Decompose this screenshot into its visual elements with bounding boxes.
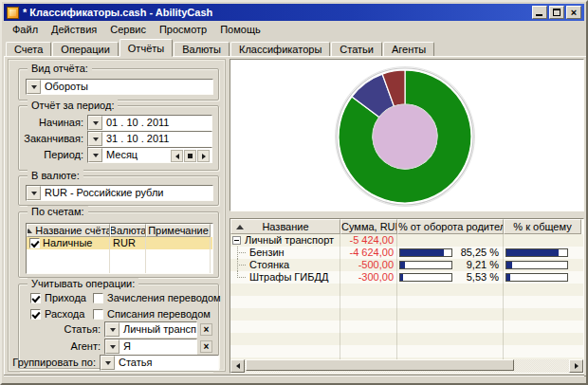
- close-button[interactable]: ×: [566, 6, 581, 19]
- horizontal-scrollbar[interactable]: [230, 359, 583, 373]
- tab-reports[interactable]: Отчёты: [119, 39, 173, 57]
- tab-classifiers[interactable]: Классификаторы: [230, 42, 330, 57]
- menu-service[interactable]: Сервис: [103, 23, 153, 36]
- report-column-header[interactable]: Название: [230, 219, 340, 234]
- menu-file[interactable]: Файл: [6, 23, 45, 36]
- checkbox-transfer-in[interactable]: Зачисления переводом: [93, 292, 221, 303]
- pct-wrap: 9,21 %: [397, 259, 503, 271]
- chevron-down-icon: [93, 121, 99, 125]
- period-current-button[interactable]: [184, 150, 196, 162]
- agent-combo[interactable]: Я: [104, 339, 197, 355]
- chevron-down-icon: [31, 192, 37, 195]
- end-date-combo[interactable]: 31 . 10 . 2011: [87, 131, 212, 147]
- end-date-dropdown-button[interactable]: [88, 132, 102, 146]
- minimize-button[interactable]: [532, 6, 547, 19]
- article-clear-button[interactable]: ×: [200, 323, 212, 336]
- report-name-cell: Личный транспорт: [230, 234, 340, 247]
- arrow-left-icon: [175, 154, 179, 159]
- maximize-button[interactable]: [549, 6, 564, 19]
- accounts-table-body: НаличныеRUR: [27, 237, 212, 274]
- report-empty-row: [230, 284, 583, 296]
- chevron-down-icon: [110, 345, 116, 349]
- start-date-combo[interactable]: 01 . 10 . 2011: [87, 115, 212, 131]
- report-parent-pct-cell: 9,21 %: [397, 259, 504, 271]
- total-pct-bar: [505, 261, 568, 269]
- tab-accounts[interactable]: Счета: [6, 42, 51, 57]
- account-checkbox[interactable]: [29, 238, 40, 248]
- arrow-left-icon: [236, 363, 240, 369]
- start-date-value[interactable]: 01 . 10 . 2011: [102, 116, 211, 130]
- scroll-right-button[interactable]: [569, 359, 583, 373]
- report-column-header[interactable]: % к общему: [504, 219, 581, 234]
- accounts-column-header[interactable]: Примечание: [146, 224, 211, 237]
- menu-help[interactable]: Помощь: [213, 23, 267, 36]
- menu-view[interactable]: Просмотр: [153, 23, 213, 36]
- report-parent-pct-cell: [397, 234, 504, 247]
- end-date-label: Заканчивая:: [21, 131, 83, 147]
- report-column-header[interactable]: Сумма, RUR: [340, 219, 397, 234]
- currency-combo[interactable]: RUR - Российские рубли: [26, 185, 213, 201]
- article-dropdown-button[interactable]: [105, 322, 119, 337]
- group-by-value[interactable]: Статья: [115, 356, 218, 370]
- agent-clear-button[interactable]: ×: [200, 340, 212, 353]
- tab-articles[interactable]: Статьи: [331, 42, 382, 57]
- tree-collapse-icon[interactable]: [232, 236, 241, 245]
- tab-currencies[interactable]: Валюты: [174, 42, 230, 57]
- chevron-down-icon: [93, 138, 99, 141]
- period-prev-button[interactable]: [171, 150, 183, 162]
- parent-pct-label: 85,25 %: [452, 247, 503, 259]
- start-date-dropdown-button[interactable]: [88, 116, 102, 130]
- group-by-dropdown-button[interactable]: [101, 356, 115, 370]
- sort-ascending-icon: [27, 229, 32, 233]
- checkbox-box[interactable]: [93, 309, 103, 320]
- group-by-combo[interactable]: Статья: [100, 355, 219, 371]
- period-dropdown-button[interactable]: [88, 148, 102, 162]
- tab-operations[interactable]: Операции: [52, 42, 118, 57]
- period-combo[interactable]: Месяц: [87, 147, 212, 163]
- empty-cell: [340, 296, 397, 308]
- checkbox-box[interactable]: [30, 293, 41, 303]
- arrow-right-icon: [575, 363, 579, 369]
- agent-value[interactable]: Я: [119, 339, 196, 354]
- app-icon: [7, 7, 19, 19]
- report-column-label: Название: [262, 221, 308, 232]
- end-date-value[interactable]: 31 . 10 . 2011: [102, 132, 211, 146]
- agent-label: Агент:: [21, 339, 101, 355]
- report-row-fuel[interactable]: Бензин-4 624,0085,25 %: [230, 247, 583, 259]
- period-next-button[interactable]: [197, 150, 210, 162]
- report-empty-row: [230, 296, 583, 308]
- article-combo[interactable]: Личный транспорт: [104, 321, 197, 338]
- scroll-left-button[interactable]: [230, 359, 245, 373]
- scrollbar-track[interactable]: [245, 359, 569, 373]
- report-row-personal-transport[interactable]: Личный транспорт-5 424,00: [230, 234, 583, 247]
- article-value[interactable]: Личный транспорт: [119, 322, 196, 337]
- menu-actions[interactable]: Действия: [45, 23, 103, 36]
- report-type-combo[interactable]: Обороты: [26, 79, 213, 95]
- checkbox-box[interactable]: [30, 309, 41, 320]
- report-type-dropdown-button[interactable]: [27, 80, 41, 94]
- report-row-parking[interactable]: Стоянка-500,009,21 %: [230, 259, 583, 271]
- checkbox-income[interactable]: Прихода: [30, 292, 86, 303]
- pct-wrap: [504, 259, 581, 271]
- checkbox-box[interactable]: [93, 293, 103, 303]
- minimize-icon: [536, 14, 542, 16]
- currency-dropdown-button[interactable]: [27, 186, 41, 200]
- accounts-column-header[interactable]: Валюта: [110, 224, 146, 237]
- tab-agents[interactable]: Агенты: [383, 42, 434, 57]
- account-row-cash[interactable]: НаличныеRUR: [27, 237, 212, 249]
- report-type-value[interactable]: Обороты: [41, 80, 212, 94]
- pct-wrap: 85,25 %: [397, 247, 503, 259]
- pct-wrap: [504, 271, 581, 284]
- agent-dropdown-button[interactable]: [105, 339, 119, 354]
- accounts-column-header[interactable]: Название счёта: [27, 224, 110, 237]
- checkbox-transfer-out[interactable]: Списания переводом: [93, 308, 211, 320]
- checkbox-expense[interactable]: Расхода: [30, 308, 84, 320]
- maximize-icon: [553, 9, 560, 16]
- menu-bar: ФайлДействияСервисПросмотрПомощь: [4, 21, 584, 37]
- report-row-fines[interactable]: Штрафы ГИБДД-300,005,53 %: [230, 271, 583, 284]
- chevron-down-icon: [31, 85, 37, 89]
- parent-pct-bar-fill: [400, 262, 405, 268]
- currency-value[interactable]: RUR - Российские рубли: [41, 186, 212, 200]
- report-column-header[interactable]: % от оборота родителя: [397, 219, 504, 234]
- scrollbar-thumb[interactable]: [246, 359, 514, 371]
